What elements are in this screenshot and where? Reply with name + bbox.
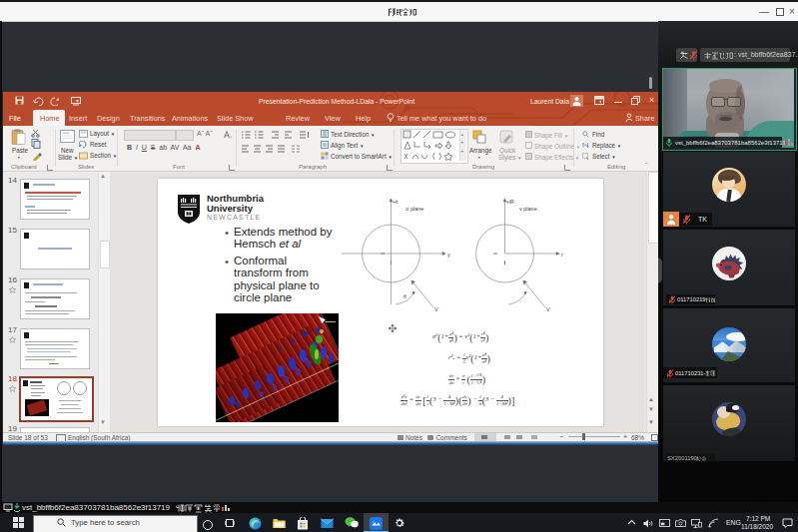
- svg-text:V: V: [434, 306, 438, 312]
- svg-text:v plane: v plane: [519, 206, 537, 212]
- svg-text:σ plane: σ plane: [405, 206, 423, 212]
- svg-text:V: V: [546, 306, 550, 312]
- svg-text:+it: +it: [393, 199, 399, 205]
- svg-text:θ: θ: [403, 293, 406, 299]
- svg-text:y: y: [447, 252, 450, 258]
- svg-text:+iR: +iR: [506, 199, 514, 205]
- svg-text:r: r: [561, 252, 563, 258]
